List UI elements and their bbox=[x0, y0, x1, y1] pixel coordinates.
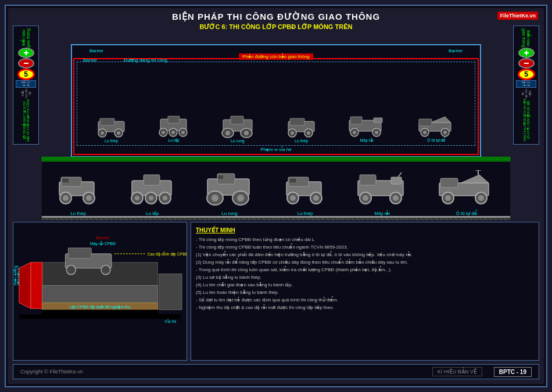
svg-point-89 bbox=[445, 195, 451, 201]
bottom-lu-thep-1: Lu thép bbox=[56, 170, 100, 216]
bottom-lu-thep-svg bbox=[56, 170, 100, 211]
bottom-lu-lop: Lu lốp bbox=[129, 170, 175, 216]
note-line: - Thi công lớp móng CPBĐ theo từng đoạn … bbox=[196, 236, 534, 243]
svg-marker-85 bbox=[461, 175, 489, 183]
svg-rect-76 bbox=[360, 175, 376, 185]
svg-point-9 bbox=[101, 131, 104, 135]
note-line: (2) Dùng máy rải để nâng lớp CPBĐ có chi… bbox=[196, 259, 534, 266]
svg-point-80 bbox=[363, 195, 368, 201]
svg-point-65 bbox=[212, 195, 218, 202]
svg-rect-77 bbox=[391, 177, 402, 184]
svg-point-23 bbox=[225, 131, 230, 135]
svg-point-91 bbox=[478, 195, 484, 201]
duong-label: Đường đang thi công bbox=[124, 57, 167, 63]
vehicle-lu-lop-1: Lu lốp bbox=[157, 112, 189, 143]
traffic-light-green-left bbox=[18, 48, 34, 58]
inner-content: FileThietKe.vn BIỆN PHÁP THI CÔNG ĐƯỜNG … bbox=[8, 8, 544, 384]
svg-point-99 bbox=[66, 265, 76, 275]
vehicle-oto-1-label: Ô tô tự đổ bbox=[427, 138, 445, 143]
bottom-lu-rung-svg bbox=[205, 170, 254, 211]
lu-rung-svg bbox=[220, 113, 255, 139]
note-line: (5) Lu lèn hoàn thiện bằng lu bánh thép. bbox=[196, 289, 534, 296]
svg-point-72 bbox=[290, 195, 296, 201]
svg-point-56 bbox=[135, 196, 139, 200]
right-text-sign: Biển báo giao thông bbox=[522, 28, 531, 48]
footer-copyright: Copyright © FileThietKe.vn bbox=[20, 369, 83, 375]
side-panel-right: Biển báo giao thông 5 Biển báotốc độ Biể… bbox=[513, 26, 539, 145]
ground-pattern bbox=[42, 218, 510, 220]
footer-ki-hieu: KÍ HIỆU BẢN VẼ bbox=[432, 367, 482, 376]
svg-text:Vỉa hè: Vỉa hè bbox=[164, 319, 176, 323]
svg-point-74 bbox=[313, 195, 319, 201]
svg-rect-111 bbox=[19, 314, 181, 319]
vehicle-lu-thep-1: Lu thép bbox=[95, 113, 127, 143]
cross-section-diagram: Barrier Máy rải CPBĐ Cao độ đỉnh lớp CPB… bbox=[13, 222, 187, 361]
traffic-light-red-left bbox=[18, 58, 34, 69]
vehicle-lu-thep-1-label: Lu thép bbox=[105, 139, 118, 143]
svg-rect-27 bbox=[290, 118, 304, 125]
main-title: BIỆN PHÁP THI CÔNG ĐƯỜNG GIAO THÔNG bbox=[8, 12, 544, 22]
construction-zone: Phần đường còn bảo giao thông Barrier Đư… bbox=[73, 58, 479, 155]
svg-text:Lớp CPBĐ lớp dưới đã nghiệm th: Lớp CPBĐ lớp dưới đã nghiệm thu bbox=[69, 305, 131, 310]
bottom-section: Barrier Máy rải CPBĐ Cao độ đỉnh lớp CPB… bbox=[13, 222, 539, 361]
vehicle-oto-1: Ô tô tự đổ bbox=[416, 112, 457, 143]
bottom-lu-thep-1-label: Lu thép bbox=[70, 211, 86, 216]
left-text-sign: Biển báo giao thông bbox=[21, 28, 30, 48]
svg-rect-102 bbox=[42, 310, 158, 314]
title-area: BIỆN PHÁP THI CÔNG ĐƯỜNG GIAO THÔNG BƯỚC… bbox=[8, 8, 544, 32]
svg-point-38 bbox=[375, 131, 378, 134]
bottom-lu-lop-svg bbox=[129, 170, 175, 211]
right-text2: Biển báo tốc độ bbox=[521, 88, 532, 99]
barrier-label-inner-left: Barrier bbox=[83, 57, 97, 63]
vehicle-may-rai-1: Máy rải bbox=[347, 112, 385, 143]
svg-point-19 bbox=[181, 131, 185, 134]
bottom-oto-svg bbox=[438, 170, 496, 211]
lu-lop-svg bbox=[157, 112, 189, 138]
notes-section: THUYẾT MINH - Thi công lớp móng CPBĐ the… bbox=[191, 222, 539, 361]
notes-lines: - Thi công lớp móng CPBĐ theo từng đoạn … bbox=[196, 236, 534, 311]
note-line: - Thi công lớp móng CPBĐ tuân theo tiêu … bbox=[196, 244, 534, 251]
footer-code: BPTC - 19 bbox=[494, 367, 532, 377]
svg-point-29 bbox=[291, 131, 294, 135]
svg-point-25 bbox=[244, 131, 249, 135]
svg-point-45 bbox=[443, 131, 447, 134]
vehicle-lu-rung-1: Lu rung bbox=[220, 113, 255, 143]
traffic-light-red-right bbox=[518, 58, 535, 69]
lu-thep-svg-1 bbox=[95, 113, 127, 139]
svg-rect-84 bbox=[440, 178, 458, 188]
svg-point-60 bbox=[163, 196, 167, 200]
svg-rect-34 bbox=[374, 118, 382, 123]
svg-text:đảm bảo GT: đảm bảo GT bbox=[15, 265, 20, 286]
bottom-lu-thep-2-label: Lu thép bbox=[297, 211, 313, 216]
left-label-vertical: BỐ TRÍ BIỂN BÁO TẠI VỊ TRÍ ĐẦU VÀ CUỐI Đ… bbox=[23, 99, 30, 142]
bottom-lu-thep-2-svg bbox=[284, 170, 327, 211]
svg-point-82 bbox=[393, 195, 399, 201]
vehicle-may-rai-1-label: Máy rải bbox=[360, 138, 373, 143]
sign-board-right: Biển báotốc độ bbox=[516, 80, 536, 88]
vehicles-bottom: Lu thép Lu lốp bbox=[42, 161, 510, 217]
svg-line-78 bbox=[398, 172, 402, 177]
svg-text:Cao độ đỉnh lớp CPBĐ loại I: Cao độ đỉnh lớp CPBĐ loại I bbox=[147, 251, 187, 257]
pham-vi-label: Phạm vi vỉa hè bbox=[260, 147, 291, 152]
note-line: (4) Lu lèn chắt giai đoạn sau bằng lu bá… bbox=[196, 282, 534, 289]
svg-marker-94 bbox=[19, 262, 31, 308]
lu-thep-svg-2 bbox=[285, 113, 317, 139]
svg-point-31 bbox=[307, 131, 310, 135]
outer-border: FileThietKe.vn BIỆN PHÁP THI CÔNG ĐƯỜNG … bbox=[5, 5, 547, 387]
svg-point-11 bbox=[117, 131, 120, 135]
bottom-lu-rung-label: Lu rung bbox=[221, 211, 237, 216]
svg-point-67 bbox=[237, 195, 244, 202]
svg-text:Barrier: Barrier bbox=[96, 235, 110, 240]
may-rai-svg bbox=[347, 112, 385, 138]
svg-rect-101 bbox=[159, 274, 182, 310]
bottom-oto: Ô tô tự đổ bbox=[438, 170, 496, 216]
green-road bbox=[42, 157, 510, 161]
svg-text:Máy rải CPBĐ: Máy rải CPBĐ bbox=[90, 241, 116, 246]
traffic-light-green-right bbox=[518, 48, 535, 58]
svg-rect-41 bbox=[419, 119, 432, 126]
svg-point-52 bbox=[86, 195, 92, 201]
svg-point-100 bbox=[101, 265, 110, 275]
note-line: (3) Lu sơ bộ bằng lu bánh thép, bbox=[196, 274, 534, 281]
svg-point-15 bbox=[162, 131, 165, 134]
right-label-vertical: BỐ TRÍ BIỂN BÁO TẠI VỊ TRÍ ĐẦU VÀ CUỐI Đ… bbox=[523, 99, 530, 142]
